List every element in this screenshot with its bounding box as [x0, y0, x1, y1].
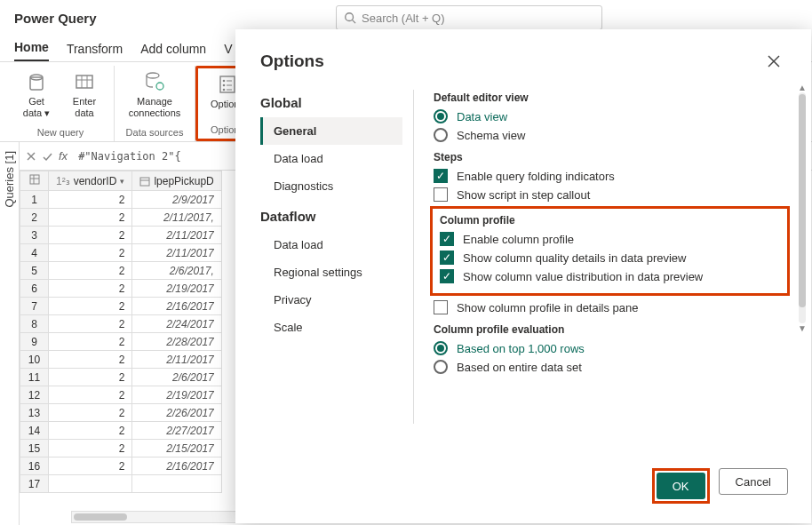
cell-vendorid[interactable]: 2 — [49, 440, 132, 457]
row-number[interactable]: 9 — [20, 333, 49, 351]
queries-panel-toggle[interactable]: Queries [1] — [0, 142, 20, 525]
column-header-vendorid[interactable]: 1²₃vendorID▾ — [49, 171, 132, 191]
table-row[interactable]: 1622/16/2017 — [20, 457, 222, 475]
cell-vendorid[interactable]: 2 — [49, 386, 132, 404]
table-row[interactable]: 1522/15/2017 — [20, 440, 222, 457]
navitem-dataload-dataflow[interactable]: Data load — [260, 231, 402, 259]
cell-vendorid[interactable]: 2 — [49, 227, 132, 244]
row-number[interactable]: 14 — [20, 422, 49, 440]
table-row[interactable]: 1422/27/2017 — [20, 422, 222, 440]
row-number[interactable]: 5 — [20, 262, 49, 280]
table-row[interactable]: 1322/26/2017 — [20, 404, 222, 422]
table-row[interactable]: 1222/19/2017 — [20, 386, 222, 404]
cell-pickup[interactable]: 2/28/2017 — [132, 333, 221, 351]
cell-pickup[interactable]: 2/11/2017 — [132, 227, 221, 244]
table-row[interactable]: 1122/6/2017 — [20, 369, 222, 386]
tab-add-column[interactable]: Add column — [140, 42, 206, 61]
cell-pickup[interactable] — [132, 475, 221, 493]
scroll-down-icon[interactable]: ▼ — [797, 323, 808, 333]
cell-vendorid[interactable]: 2 — [49, 457, 132, 475]
cell-pickup[interactable]: 2/11/2017 — [132, 244, 221, 262]
check-enable-profile[interactable]: Enable column profile — [440, 232, 780, 246]
cell-vendorid[interactable]: 2 — [49, 244, 132, 262]
table-row[interactable]: 17 — [20, 475, 222, 493]
row-number[interactable]: 1 — [20, 191, 49, 209]
row-number[interactable]: 15 — [20, 440, 49, 457]
cell-vendorid[interactable]: 2 — [49, 315, 132, 333]
cell-pickup[interactable]: 2/9/2017 — [132, 191, 221, 209]
cell-vendorid[interactable]: 2 — [49, 351, 132, 369]
radio-data-view[interactable]: Data view — [434, 109, 786, 123]
table-row[interactable]: 722/16/2017 — [20, 298, 222, 315]
cell-pickup[interactable]: 2/27/2017 — [132, 422, 221, 440]
search-input[interactable]: Search (Alt + Q) — [336, 5, 602, 30]
cell-pickup[interactable]: 2/6/2017 — [132, 369, 221, 386]
dialog-scrollbar[interactable]: ▲ ▼ — [797, 83, 808, 349]
row-number[interactable]: 6 — [20, 280, 49, 298]
navitem-general[interactable]: General — [260, 117, 402, 145]
table-row[interactable]: 322/11/2017 — [20, 227, 222, 244]
check-show-script[interactable]: Show script in step callout — [434, 187, 786, 202]
cell-vendorid[interactable]: 2 — [49, 404, 132, 422]
row-number[interactable]: 8 — [20, 315, 49, 333]
tab-view[interactable]: V — [224, 42, 232, 61]
row-number[interactable]: 17 — [20, 475, 49, 493]
table-row[interactable]: 1022/11/2017 — [20, 351, 222, 369]
enter-data-button[interactable]: Enter data — [60, 66, 108, 125]
row-number[interactable]: 11 — [20, 369, 49, 386]
cell-pickup[interactable]: 2/19/2017 — [132, 386, 221, 404]
radio-entire-dataset[interactable]: Based on entire data set — [434, 360, 786, 374]
commit-formula-icon[interactable] — [41, 150, 53, 163]
cell-vendorid[interactable] — [49, 475, 132, 493]
cell-vendorid[interactable]: 2 — [49, 262, 132, 280]
cell-pickup[interactable]: 2/6/2017, — [132, 262, 221, 280]
close-button[interactable] — [761, 49, 786, 74]
navitem-regional[interactable]: Regional settings — [260, 259, 402, 286]
cell-pickup[interactable]: 2/19/2017 — [132, 280, 221, 298]
cell-pickup[interactable]: 2/16/2017 — [132, 298, 221, 315]
navitem-dataload-global[interactable]: Data load — [260, 145, 402, 172]
cell-pickup[interactable]: 2/11/2017 — [132, 351, 221, 369]
formula-text[interactable]: #"Navigation 2"{ — [73, 150, 187, 163]
row-number[interactable]: 2 — [20, 209, 49, 227]
ok-button[interactable]: OK — [657, 473, 705, 499]
table-row[interactable]: 522/6/2017, — [20, 262, 222, 280]
cell-vendorid[interactable]: 2 — [49, 369, 132, 386]
cell-pickup[interactable]: 2/16/2017 — [132, 457, 221, 475]
radio-schema-view[interactable]: Schema view — [434, 128, 786, 142]
manage-connections-button[interactable]: Manage connections — [120, 66, 189, 125]
cell-pickup[interactable]: 2/26/2017 — [132, 404, 221, 422]
tab-transform[interactable]: Transform — [67, 42, 123, 61]
column-header-pickup[interactable]: lpepPickupD — [132, 171, 221, 191]
scroll-up-icon[interactable]: ▲ — [797, 83, 808, 92]
row-number[interactable]: 4 — [20, 244, 49, 262]
check-query-folding[interactable]: Enable query folding indicators — [434, 169, 786, 183]
cell-pickup[interactable]: 2/24/2017 — [132, 315, 221, 333]
row-number[interactable]: 13 — [20, 404, 49, 422]
navitem-scale[interactable]: Scale — [260, 314, 402, 341]
row-number[interactable]: 12 — [20, 386, 49, 404]
table-row[interactable]: 922/28/2017 — [20, 333, 222, 351]
navitem-diagnostics[interactable]: Diagnostics — [260, 172, 402, 200]
tab-home[interactable]: Home — [14, 40, 49, 61]
cell-pickup[interactable]: 2/15/2017 — [132, 440, 221, 457]
row-number[interactable]: 7 — [20, 298, 49, 315]
table-corner[interactable] — [20, 171, 49, 191]
cell-vendorid[interactable]: 2 — [49, 333, 132, 351]
get-data-button[interactable]: Get data ▾ — [12, 66, 60, 125]
table-row[interactable]: 422/11/2017 — [20, 244, 222, 262]
chevron-down-icon[interactable]: ▾ — [120, 177, 124, 186]
row-number[interactable]: 3 — [20, 227, 49, 244]
table-row[interactable]: 822/24/2017 — [20, 315, 222, 333]
table-row[interactable]: 122/9/2017 — [20, 191, 222, 209]
cell-vendorid[interactable]: 2 — [49, 191, 132, 209]
cell-pickup[interactable]: 2/11/2017, — [132, 209, 221, 227]
navitem-privacy[interactable]: Privacy — [260, 286, 402, 314]
cell-vendorid[interactable]: 2 — [49, 209, 132, 227]
table-row[interactable]: 222/11/2017, — [20, 209, 222, 227]
cancel-formula-icon[interactable] — [25, 150, 37, 163]
check-details-pane[interactable]: Show column profile in details pane — [434, 300, 786, 314]
cancel-button[interactable]: Cancel — [719, 468, 788, 495]
row-number[interactable]: 16 — [20, 457, 49, 475]
radio-top-1000[interactable]: Based on top 1,000 rows — [434, 341, 786, 355]
